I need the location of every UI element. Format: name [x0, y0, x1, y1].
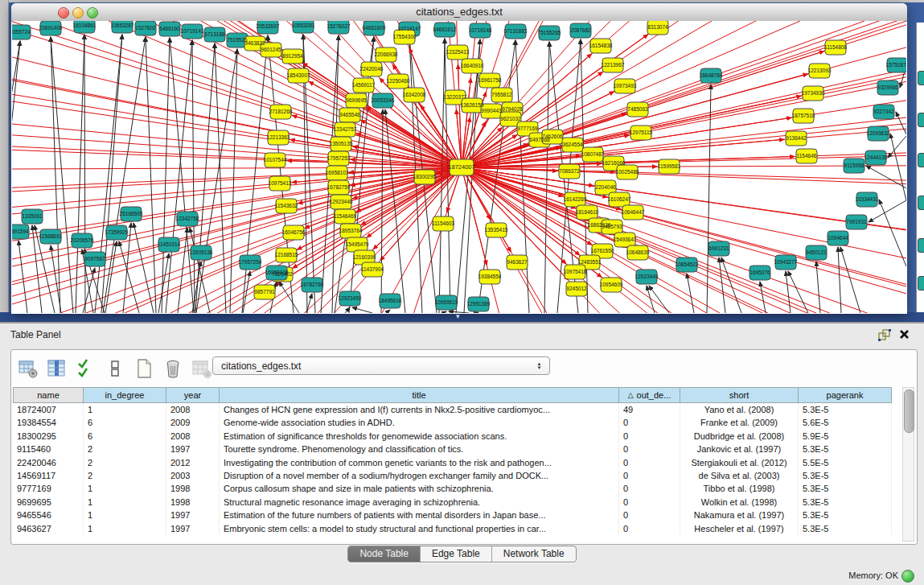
column-header-name[interactable]: name — [13, 387, 84, 403]
table-cell[interactable]: 1998 — [166, 482, 220, 495]
table-cell[interactable]: 1 — [84, 482, 166, 495]
table-cell[interactable]: 1 — [84, 403, 166, 416]
table-cell[interactable]: 0 — [619, 456, 680, 469]
table-cell[interactable]: 1998 — [166, 496, 220, 509]
table-cell[interactable]: 5.3E-5 — [799, 482, 892, 495]
table-cell[interactable]: 19384554 — [13, 416, 84, 429]
tab-edge-table[interactable]: Edge Table — [421, 546, 492, 562]
table-cell[interactable]: Estimation of significance thresholds fo… — [220, 430, 619, 443]
table-cell[interactable]: de Silva et al. (2003) — [680, 469, 799, 482]
table-cell[interactable]: Disruption of a novel member of a sodium… — [220, 469, 619, 482]
table-cell[interactable]: 2 — [84, 469, 166, 482]
table-cell[interactable]: 2008 — [166, 403, 220, 416]
table-cell[interactable]: 1997 — [166, 443, 220, 455]
table-cell[interactable]: 1 — [84, 496, 166, 509]
table-cell[interactable]: Franke et al. (2009) — [680, 416, 799, 429]
table-cell[interactable]: 2 — [84, 456, 166, 469]
network-window-titlebar[interactable]: citations_edges.txt — [11, 3, 907, 22]
table-cell[interactable]: Nakamura et al. (1997) — [680, 509, 799, 521]
delete-attribute-icon[interactable] — [161, 356, 185, 381]
column-header-out_de[interactable]: △out_de... — [619, 387, 680, 403]
table-cell[interactable]: 1 — [84, 522, 166, 535]
table-cell[interactable]: Dudbridge et al. (2008) — [680, 430, 799, 443]
table-row[interactable]: 946362711997Embryonic stem cells: a mode… — [13, 522, 902, 535]
table-cell[interactable]: 49 — [619, 403, 680, 416]
table-cell[interactable]: 5.3E-5 — [799, 509, 892, 521]
table-cell[interactable]: 6 — [84, 430, 166, 443]
table-selector-dropdown[interactable]: citations_edges.txt ▲▼ — [212, 356, 550, 375]
network-canvas[interactable]: 9355724206914061610486110653287152760264… — [12, 21, 906, 313]
table-cell[interactable]: 0 — [619, 469, 680, 482]
table-cell[interactable]: 2009 — [166, 416, 220, 429]
show-columns-icon[interactable] — [45, 356, 69, 381]
table-cell[interactable]: Genome-wide association studies in ADHD. — [220, 416, 619, 429]
tab-network-table[interactable]: Network Table — [492, 546, 576, 562]
table-cell[interactable]: Wolkin et al. (1998) — [680, 496, 799, 509]
table-row[interactable]: 1938455462009Genome-wide association stu… — [13, 416, 902, 429]
table-cell[interactable]: 5.5E-5 — [799, 456, 892, 469]
table-cell[interactable]: 5.6E-5 — [799, 416, 892, 429]
table-cell[interactable]: 0 — [619, 430, 680, 443]
close-panel-icon[interactable] — [898, 328, 913, 341]
table-cell[interactable]: 9465546 — [13, 509, 84, 521]
table-row[interactable]: 1456911722003Disruption of a novel membe… — [13, 469, 902, 482]
table-cell[interactable]: Tourette syndrome. Phenomenology and cla… — [220, 443, 619, 455]
column-header-title[interactable]: title — [220, 387, 619, 403]
select-all-icon[interactable] — [74, 356, 98, 381]
table-cell[interactable]: 0 — [619, 416, 680, 429]
table-cell[interactable]: 22420046 — [13, 456, 84, 469]
table-cell[interactable]: 0 — [619, 482, 680, 495]
table-cell[interactable]: 1997 — [166, 522, 220, 535]
table-row[interactable]: 1830029562008Estimation of significance … — [13, 430, 902, 443]
memory-status-indicator[interactable] — [901, 570, 914, 583]
table-cell[interactable]: Corpus callosum shape and size in male p… — [220, 482, 619, 495]
table-row[interactable]: 977716911998Corpus callosum shape and si… — [13, 482, 902, 495]
table-options-icon[interactable] — [16, 356, 40, 381]
table-cell[interactable]: Changes of HCN gene expression and I(f) … — [220, 403, 619, 416]
scrollbar-thumb[interactable] — [904, 389, 914, 433]
table-cell[interactable]: Tibbo et al. (1998) — [680, 482, 799, 495]
table-cell[interactable]: 18300295 — [13, 430, 84, 443]
splitter-grip-icon[interactable]: ▾ — [456, 313, 460, 320]
table-cell[interactable]: 2 — [84, 443, 166, 455]
table-cell[interactable]: 0 — [619, 443, 680, 455]
table-row[interactable]: 1872400712008Changes of HCN gene express… — [13, 403, 902, 416]
table-cell[interactable]: Jankovic et al. (1997) — [680, 443, 799, 455]
table-cell[interactable]: 5.3E-5 — [799, 469, 892, 482]
table-cell[interactable]: Hescheler et al. (1997) — [680, 522, 799, 535]
table-cell[interactable]: Structural magnetic resonance image aver… — [220, 496, 619, 509]
table-cell[interactable]: 5.9E-5 — [799, 430, 892, 443]
table-cell[interactable]: 9777169 — [13, 482, 84, 495]
tab-node-table[interactable]: Node Table — [348, 546, 421, 562]
new-table-icon[interactable] — [132, 356, 156, 381]
table-cell[interactable]: 6 — [84, 416, 166, 429]
table-cell[interactable]: Estimation of the future numbers of pati… — [220, 509, 619, 521]
table-cell[interactable]: 9115460 — [13, 443, 84, 455]
table-cell[interactable]: 2012 — [166, 456, 220, 469]
table-cell[interactable]: 9699695 — [13, 496, 84, 509]
table-row[interactable]: 2242004622012Investigating the contribut… — [13, 456, 902, 469]
table-cell[interactable]: 14569117 — [13, 469, 84, 482]
table-cell[interactable]: 2003 — [166, 469, 220, 482]
table-cell[interactable]: Embryonic stem cells: a model to study s… — [220, 522, 619, 535]
table-row[interactable]: 969969511998Structural magnetic resonanc… — [13, 496, 902, 509]
table-cell[interactable]: 18724007 — [13, 403, 84, 416]
column-header-year[interactable]: year — [166, 387, 220, 403]
table-cell[interactable]: 0 — [619, 509, 680, 521]
table-cell[interactable]: 5.3E-5 — [799, 522, 892, 535]
table-cell[interactable]: Stergiakouli et al. (2012) — [680, 456, 799, 469]
column-header-pagerank[interactable]: pagerank — [799, 387, 892, 403]
table-cell[interactable]: 1 — [84, 509, 166, 521]
float-panel-icon[interactable] — [877, 328, 892, 341]
table-row[interactable]: 911546021997Tourette syndrome. Phenomeno… — [13, 443, 902, 455]
table-cell[interactable]: 0 — [619, 496, 680, 509]
table-row[interactable]: 946554611997Estimation of the future num… — [13, 509, 902, 521]
clear-selection-icon[interactable] — [103, 356, 127, 381]
table-vertical-scrollbar[interactable] — [902, 387, 914, 542]
table-cell[interactable]: 9463627 — [13, 522, 84, 535]
table-cell[interactable]: 1997 — [166, 509, 220, 521]
table-cell[interactable]: 5.3E-5 — [799, 496, 892, 509]
table-cell[interactable]: 2008 — [166, 430, 220, 443]
column-header-short[interactable]: short — [680, 387, 799, 403]
table-cell[interactable]: Investigating the contribution of common… — [220, 456, 619, 469]
